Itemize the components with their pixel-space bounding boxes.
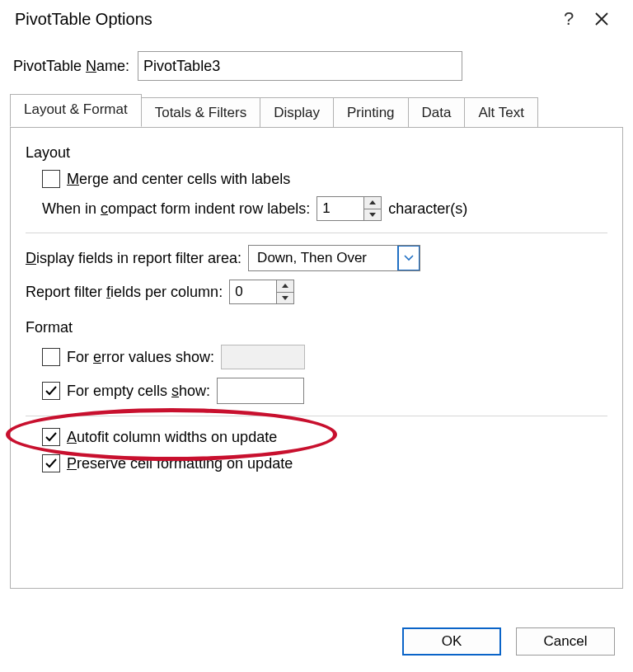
autofit-row: Autofit column widths on update — [42, 428, 607, 446]
tab-data[interactable]: Data — [408, 97, 466, 128]
display-fields-row: Display fields in report filter area: Do… — [26, 245, 607, 271]
separator-1 — [26, 233, 607, 233]
ok-button[interactable]: OK — [402, 627, 501, 656]
indent-spinner[interactable] — [316, 196, 382, 221]
empty-cells-input[interactable] — [217, 378, 304, 404]
indent-suffix: character(s) — [388, 200, 467, 218]
indent-label: When in compact form indent row labels: — [42, 200, 310, 218]
close-icon[interactable] — [585, 12, 618, 26]
tab-totals-filters[interactable]: Totals & Filters — [141, 97, 260, 128]
error-values-row: For error values show: — [42, 345, 607, 369]
display-fields-label: Display fields in report filter area: — [26, 250, 241, 267]
pivot-options-dialog: PivotTable Options ? PivotTable Name: La… — [0, 0, 633, 672]
indent-spin-down[interactable] — [364, 209, 381, 221]
error-values-label: For error values show: — [67, 349, 214, 366]
filter-per-col-spinner[interactable] — [229, 280, 294, 304]
filter-per-col-input[interactable] — [230, 280, 276, 303]
preserve-checkbox[interactable] — [42, 454, 60, 472]
dropdown-button[interactable] — [397, 246, 420, 270]
cancel-button[interactable]: Cancel — [516, 627, 615, 656]
title-bar: PivotTable Options ? — [0, 0, 633, 46]
tab-printing[interactable]: Printing — [333, 97, 409, 128]
merge-center-label: Merge and center cells with labels — [67, 171, 290, 188]
pivot-name-label: PivotTable Name: — [13, 58, 129, 75]
empty-cells-checkbox[interactable] — [42, 382, 60, 400]
pivot-name-input[interactable] — [138, 51, 462, 81]
merge-center-row: Merge and center cells with labels — [42, 170, 607, 188]
autofit-checkbox[interactable] — [42, 428, 60, 446]
dialog-title: PivotTable Options — [15, 10, 552, 29]
separator-2 — [26, 416, 607, 416]
button-bar: OK Cancel — [402, 627, 615, 656]
display-fields-value: Down, Then Over — [249, 246, 397, 270]
merge-center-checkbox[interactable] — [42, 170, 60, 188]
pivot-name-row: PivotTable Name: — [0, 46, 633, 89]
filter-per-col-label: Report filter fields per column: — [26, 284, 223, 301]
filter-spin-up[interactable] — [277, 280, 293, 292]
section-format-title: Format — [26, 319, 607, 336]
indent-spin-up[interactable] — [364, 197, 381, 209]
preserve-label: Preserve cell formatting on update — [67, 455, 293, 472]
tab-content-layout-format: Layout Merge and center cells with label… — [10, 127, 623, 589]
error-values-input — [221, 345, 305, 369]
tab-area: Layout & Format Totals & Filters Display… — [10, 94, 623, 589]
indent-input[interactable] — [317, 197, 363, 220]
section-layout-title: Layout — [26, 144, 607, 162]
empty-cells-label: For empty cells show: — [67, 383, 210, 400]
tab-display[interactable]: Display — [260, 97, 334, 128]
indent-row: When in compact form indent row labels: … — [42, 196, 607, 221]
filter-spin-down[interactable] — [277, 292, 293, 304]
error-values-checkbox[interactable] — [42, 348, 60, 366]
help-icon[interactable]: ? — [552, 8, 585, 30]
preserve-row: Preserve cell formatting on update — [42, 454, 607, 472]
filter-per-col-row: Report filter fields per column: — [26, 280, 607, 304]
empty-cells-row: For empty cells show: — [42, 378, 607, 404]
tab-strip: Layout & Format Totals & Filters Display… — [10, 94, 623, 127]
tab-alt-text[interactable]: Alt Text — [464, 97, 537, 128]
display-fields-dropdown[interactable]: Down, Then Over — [248, 245, 420, 271]
autofit-label: Autofit column widths on update — [67, 429, 277, 446]
tab-layout-format[interactable]: Layout & Format — [10, 94, 142, 127]
